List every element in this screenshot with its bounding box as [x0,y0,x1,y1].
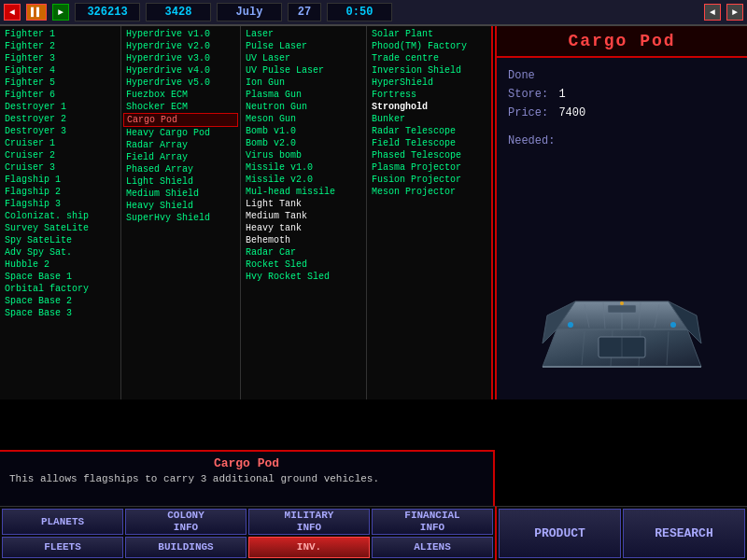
weapon-list-item[interactable]: Neutron Gun [243,101,364,113]
weapon-list-item[interactable]: Plasma Gun [243,89,364,101]
structure-list-item[interactable]: Radar Telescope [369,125,489,137]
structure-list-item[interactable]: Phased Telescope [369,149,489,161]
ship-list-item[interactable]: Fighter 3 [2,52,119,64]
structure-list-item[interactable]: Bunker [369,113,489,125]
equipment-list-item[interactable]: Heavy Shield [123,200,238,212]
equipment-list-item[interactable]: Hyperdrive v1.0 [123,28,238,40]
weapon-list-item[interactable]: Heavy tank [243,222,364,234]
equipment-list-item[interactable]: Radar Array [123,139,238,151]
structure-list-item[interactable]: Meson Projector [369,186,489,198]
weapon-list-item[interactable]: Ion Gun [243,77,364,89]
weapon-list-item[interactable]: Laser [243,28,364,40]
weapon-list-item[interactable]: Rocket Sled [243,259,364,271]
main-area: Fighter 1Fighter 2Fighter 3Fighter 4Figh… [0,26,747,504]
ship-list-item[interactable]: Orbital factory [2,283,119,295]
weapon-list-item[interactable]: Meson Gun [243,113,364,125]
description-area: Cargo Pod This allows flagships to carry… [0,450,495,506]
structure-list-item[interactable]: HyperShield [369,77,489,89]
weapon-list-item[interactable]: Hvy Rocket Sled [243,271,364,283]
ship-list-item[interactable]: Flagship 1 [2,174,119,186]
weapon-list-item[interactable]: Medium Tank [243,210,364,222]
ship-list-item[interactable]: Fighter 1 [2,28,119,40]
ship-list-item[interactable]: Spy SateLite [2,234,119,246]
svg-point-19 [620,301,624,305]
svg-rect-16 [608,305,636,313]
weapon-list-item[interactable]: Missile v2.0 [243,174,364,186]
weapon-list-item[interactable]: UV Laser [243,52,364,64]
nav-button[interactable]: INV. [248,537,370,558]
equipment-list-item[interactable]: Fuezbox ECM [123,89,238,101]
structure-list-item[interactable]: Solar Plant [369,28,489,40]
ship-list-item[interactable]: Adv Spy Sat. [2,246,119,259]
structure-list-item[interactable]: Fortress [369,89,489,101]
ship-list-item[interactable]: Cruiser 3 [2,161,119,174]
ship-list-item[interactable]: Space Base 2 [2,295,119,307]
weapon-list-item[interactable]: Bomb v2.0 [243,137,364,149]
nav-button[interactable]: COLONY INFO [125,509,247,535]
structure-list-item[interactable]: Inversion Shield [369,64,489,77]
weapon-list-item[interactable]: Light Tank [243,198,364,210]
structure-list-item[interactable]: Stronghold [369,101,489,113]
weapon-list-item[interactable]: Radar Car [243,246,364,259]
equipment-list-item[interactable]: Phased Array [123,163,238,175]
weapon-list-item[interactable]: Bomb v1.0 [243,125,364,137]
equipment-list-item[interactable]: Cargo Pod [123,113,238,127]
pause-btn[interactable]: ▌▌ [26,4,47,21]
ship-list-item[interactable]: Cruiser 1 [2,137,119,149]
equipment-list-item[interactable]: Hyperdrive v3.0 [123,52,238,64]
structure-list-item[interactable]: Fusion Projector [369,174,489,186]
structure-list-item[interactable]: Trade centre [369,52,489,64]
equipment-list-item[interactable]: Field Array [123,151,238,163]
weapon-list-item[interactable]: Missile v1.0 [243,161,364,174]
weapons-list-panel: LaserPulse LaserUV LaserUV Pulse LaserIo… [241,26,367,399]
equipment-list-item[interactable]: SuperHvy Shield [123,212,238,224]
detail-info: Done Store: 1 Price: 7400 Needed: [497,58,747,259]
ship-list-item[interactable]: Destroyer 1 [2,101,119,113]
nav-button[interactable]: MILITARY INFO [248,509,370,535]
nav-button[interactable]: FLEETS [2,537,123,558]
red-arrow-btn[interactable]: ◄ [4,4,21,21]
ship-list-item[interactable]: Destroyer 2 [2,113,119,125]
structure-list-item[interactable]: Field Telescope [369,137,489,149]
weapon-list-item[interactable]: Behemoth [243,234,364,246]
ship-list-item[interactable]: Fighter 6 [2,89,119,101]
ship-list-item[interactable]: Flagship 3 [2,198,119,210]
ship-list-item[interactable]: Space Base 3 [2,307,119,319]
ship-list-item[interactable]: Fighter 5 [2,77,119,89]
ship-list-item[interactable]: Fighter 2 [2,40,119,52]
store-label: Store: [508,88,548,101]
ship-list-item[interactable]: Colonizat. ship [2,210,119,222]
right-nav-button[interactable]: RESEARCH [623,509,745,558]
nav-prev-btn[interactable]: ◄ [704,4,721,21]
weapon-list-item[interactable]: Pulse Laser [243,40,364,52]
nav-next-btn[interactable]: ► [726,4,743,21]
ship-list-item[interactable]: Space Base 1 [2,271,119,283]
equipment-list-item[interactable]: Hyperdrive v2.0 [123,40,238,52]
ship-list-item[interactable]: Cruiser 2 [2,149,119,161]
structure-list-item[interactable]: Phood(TM) Factory [369,40,489,52]
equipment-list-item[interactable]: Shocker ECM [123,101,238,113]
store-value: 1 [558,88,565,101]
nav-button[interactable]: BUILDINGS [125,537,247,558]
ship-list-item[interactable]: Flagship 2 [2,186,119,198]
equipment-list-item[interactable]: Hyperdrive v5.0 [123,77,238,89]
weapon-list-item[interactable]: UV Pulse Laser [243,64,364,77]
weapon-list-item[interactable]: Mul-head missile [243,186,364,198]
nav-button[interactable]: ALIENS [372,537,493,558]
nav-button[interactable]: FINANCIAL INFO [372,509,493,535]
right-nav-button[interactable]: PRODUCT [499,509,621,558]
price-row: Price: 7400 [508,106,736,119]
equipment-list-item[interactable]: Light Shield [123,175,238,188]
ship-list-item[interactable]: Hubble 2 [2,259,119,271]
equipment-list-item[interactable]: Medium Shield [123,188,238,200]
equipment-list-item[interactable]: Hyperdrive v4.0 [123,64,238,77]
month-display: July [217,3,282,21]
fast-btn[interactable]: ► [52,4,69,21]
equipment-list-item[interactable]: Heavy Cargo Pod [123,127,238,139]
ship-list-item[interactable]: Fighter 4 [2,64,119,77]
weapon-list-item[interactable]: Virus bomb [243,149,364,161]
structure-list-item[interactable]: Plasma Projector [369,161,489,174]
ship-list-item[interactable]: Survey SateLite [2,222,119,234]
ship-list-item[interactable]: Destroyer 3 [2,125,119,137]
nav-button[interactable]: PLANETS [2,509,123,535]
